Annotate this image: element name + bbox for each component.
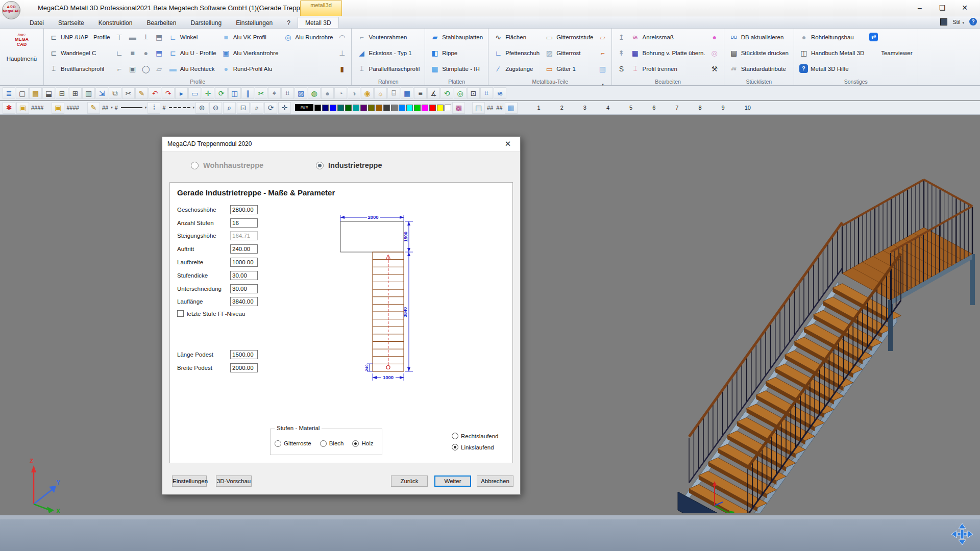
metall3d-glow-tab[interactable]: metall3d: [300, 0, 342, 16]
voutenrahmen-button[interactable]: ⌐Voutenrahmen: [354, 29, 422, 45]
teamviewer-button[interactable]: Teamviewer: [867, 45, 915, 61]
profil-3d-icon[interactable]: ⬒: [153, 33, 165, 41]
color-swatch[interactable]: [391, 105, 398, 111]
color-swatch[interactable]: [360, 105, 367, 111]
current-color[interactable]: ###: [295, 104, 313, 111]
3d-vorschau-button[interactable]: 3D-Vorschau: [216, 475, 252, 487]
alu-vierkantrohre-button[interactable]: ▣Alu Vierkantrohre: [219, 45, 281, 61]
wandriegel-c-button[interactable]: ⊏Wandriegel C: [46, 45, 113, 61]
linetype-preview[interactable]: [121, 107, 142, 108]
field-input-geschosshöhe[interactable]: [230, 205, 258, 214]
rohrleitungsbau-button[interactable]: ●Rohrleitungsbau: [797, 29, 867, 45]
print-icon[interactable]: ⊟: [56, 87, 68, 99]
gitterrost-button[interactable]: ▨Gitterrost: [542, 45, 596, 61]
layer-button-5[interactable]: 5: [629, 105, 632, 111]
bogenprofil-icon[interactable]: ◠: [336, 33, 348, 41]
flächen-button[interactable]: ∿Flächen: [491, 29, 542, 45]
zoom-all-icon[interactable]: ⊡: [237, 102, 250, 114]
color-swatch[interactable]: [368, 105, 375, 111]
field-input-stufendicke[interactable]: [230, 271, 258, 280]
rohr-pink-icon[interactable]: ◎: [708, 49, 721, 57]
winkel-button[interactable]: ∟Winkel: [166, 29, 219, 45]
edit-pencil-icon[interactable]: ✎: [135, 87, 148, 99]
layer-button-1[interactable]: 1: [537, 105, 541, 111]
breitflanschprofil-button[interactable]: ⌶Breitflanschprofil: [46, 61, 113, 77]
radio-rechtslaufend[interactable]: Rechtslaufend: [452, 433, 499, 439]
grid-toggle-icon[interactable]: ⊡: [467, 87, 480, 99]
column-filter-icon[interactable]: ≡: [414, 87, 427, 99]
color-swatch[interactable]: [376, 105, 382, 111]
parallelflanschprofil-button[interactable]: ⌶Parallelflanschprofil: [354, 61, 422, 77]
tab-bearbeiten[interactable]: Bearbeiten: [139, 17, 183, 28]
pan-move-icon[interactable]: [950, 522, 974, 546]
cut-icon[interactable]: ✂: [122, 87, 135, 99]
snap-grid-icon[interactable]: ⌗: [480, 87, 493, 99]
attribute-box-2-icon[interactable]: ▣: [52, 102, 64, 114]
alu-rundrohre-button[interactable]: ◎Alu Rundrohre: [281, 29, 335, 45]
weiter-button[interactable]: Weiter: [434, 475, 471, 487]
select-arrow-icon[interactable]: ▸: [175, 87, 188, 99]
layer-button-10[interactable]: 10: [745, 105, 751, 111]
t-profil-icon[interactable]: ⊤: [113, 33, 126, 41]
eckstoss-typ-1-button[interactable]: ◢Eckstoss - Typ 1: [354, 45, 422, 61]
color-swatch[interactable]: [314, 105, 321, 111]
rund-voll-icon[interactable]: ●: [140, 49, 152, 57]
flachstahl-icon[interactable]: ▬: [127, 33, 139, 41]
teamviewer-button[interactable]: ⇄: [867, 29, 915, 45]
field-input-lauflänge[interactable]: [230, 297, 258, 306]
pfettenschuh-button[interactable]: ∟Pfettenschuh: [491, 45, 542, 61]
point-style-icon[interactable]: ⁞: [148, 102, 160, 114]
layer-button-7[interactable]: 7: [675, 105, 678, 111]
world-coords-icon[interactable]: ◎: [454, 87, 467, 99]
tab-[interactable]: ?: [280, 17, 298, 28]
gitterfeld-icon[interactable]: ▥: [596, 65, 608, 73]
linewidth-dropdown-icon[interactable]: ▾: [193, 106, 195, 110]
z-profil-icon[interactable]: ⌐: [113, 65, 126, 73]
layer-grid-icon[interactable]: ▥: [505, 102, 518, 114]
color-swatch[interactable]: [337, 105, 344, 111]
zugstange-button[interactable]: ∕Zugstange: [491, 61, 542, 77]
tab-metall-3d[interactable]: Metall 3D: [298, 17, 339, 28]
mirror-tool-icon[interactable]: ◫: [228, 87, 241, 99]
db-aktualisieren-button[interactable]: DBDB aktualisieren: [727, 29, 791, 45]
rotate-tool-icon[interactable]: ⟳: [215, 87, 228, 99]
layer-button-3[interactable]: 3: [583, 105, 586, 111]
vierkant-voll-icon[interactable]: ■: [127, 49, 139, 57]
sun-light-icon[interactable]: ☼: [374, 87, 387, 99]
handbuch-metall-3d-button[interactable]: ◫Handbuch Metall 3D: [797, 45, 867, 61]
profil-3d-blau-icon[interactable]: ⬒: [153, 49, 165, 57]
view-columns-icon[interactable]: ⌸: [387, 87, 400, 99]
radio-blech[interactable]: Blech: [320, 440, 344, 447]
hohlkasten-icon[interactable]: ▣: [127, 65, 139, 73]
dialog-close-icon[interactable]: ✕: [501, 139, 515, 148]
color-swatch[interactable]: [414, 105, 421, 111]
regenerate-icon[interactable]: ⟳: [264, 102, 277, 114]
layer-button-8[interactable]: 8: [698, 105, 701, 111]
gitterrahmen-icon[interactable]: ▱: [596, 33, 608, 41]
color-swatch[interactable]: [353, 105, 359, 111]
abbrechen-button[interactable]: Abbrechen: [477, 475, 513, 487]
screenshot-icon[interactable]: ⧉: [109, 87, 121, 99]
dialog-title-bar[interactable]: MegaCAD Treppenmodul 2020 ✕: [162, 137, 520, 152]
zurück-button[interactable]: Zurück: [391, 475, 428, 487]
view-layers-icon[interactable]: ≣: [3, 87, 15, 99]
dimension-tool-icon[interactable]: ⌗: [281, 87, 294, 99]
s-markierung-icon[interactable]: S: [615, 65, 627, 73]
kranschiene-icon[interactable]: ⊥: [336, 49, 348, 57]
new-file-icon[interactable]: ▢: [16, 87, 29, 99]
sphere-wire-icon[interactable]: ◔: [334, 87, 347, 99]
radio-wohnhaustreppe[interactable]: Wohnhaustreppe: [191, 161, 263, 169]
sphere-half-icon[interactable]: ◑: [348, 87, 360, 99]
field-input-laufbreite[interactable]: [230, 258, 258, 267]
zoom-window-icon[interactable]: ⌕: [223, 102, 236, 114]
color-swatch[interactable]: [322, 105, 329, 111]
tab-einstellungen[interactable]: Einstellungen: [229, 17, 280, 28]
radio-gitterroste[interactable]: Gitterroste: [275, 440, 311, 447]
minimize-button[interactable]: –: [909, 0, 931, 16]
help-icon[interactable]: ?: [969, 18, 977, 26]
globe-view-icon[interactable]: ◍: [308, 87, 321, 99]
bohrung-v-platte-übern-button[interactable]: ▦Bohrung v. Platte übern.: [628, 45, 707, 61]
rippe-button[interactable]: ◧Rippe: [428, 45, 485, 61]
linetype-dropdown-icon[interactable]: ▾: [145, 106, 147, 110]
bauteil-stapeln-icon[interactable]: ↟: [615, 49, 627, 57]
